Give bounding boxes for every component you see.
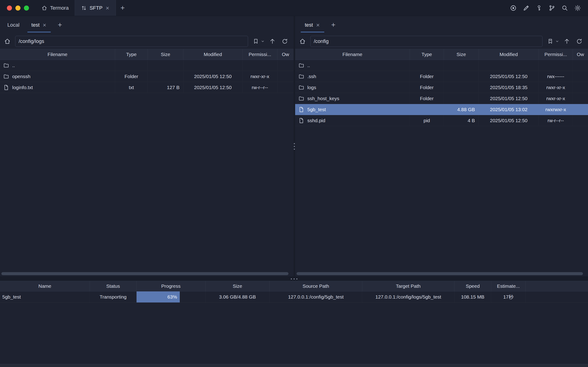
file-modified: 2025/01/05 12:50 (479, 115, 539, 126)
folder-icon (298, 96, 304, 101)
tab-sftp-close-icon[interactable]: × (105, 5, 110, 11)
transfer-size: 3.06 GB/4.88 GB (205, 292, 270, 302)
file-size (444, 60, 479, 71)
left-table-header: Filename Type Size Modified Permissi... … (0, 49, 294, 60)
column-header-target-path[interactable]: Target Path (362, 281, 454, 291)
table-row[interactable]: logs Folder 2025/01/05 18:35 rwxr-xr-x (295, 82, 588, 93)
table-row[interactable]: .. (295, 60, 588, 71)
new-window-tab-button[interactable]: + (116, 0, 129, 16)
right-new-tab-button[interactable]: + (326, 16, 341, 34)
search-icon[interactable] (561, 5, 568, 11)
git-branch-icon[interactable] (548, 5, 555, 11)
filename: .. (307, 63, 310, 68)
column-header-modified[interactable]: Modified (479, 49, 539, 60)
titlebar-actions (510, 0, 588, 16)
tab-termora[interactable]: Termora (35, 0, 75, 16)
file-size: 4 B (444, 115, 479, 126)
column-header-filename[interactable]: Filename (295, 49, 410, 60)
column-header-owner[interactable]: Ow (573, 49, 588, 60)
right-horizontal-scrollbar[interactable] (297, 272, 583, 275)
column-header-size[interactable]: Size (205, 281, 270, 291)
column-header-source-path[interactable]: Source Path (270, 281, 362, 291)
table-row[interactable]: .ssh Folder 2025/01/05 12:50 rwx------ (295, 71, 588, 82)
column-header-estimate[interactable]: Estimate... (491, 281, 526, 291)
column-header-filename[interactable]: Filename (0, 49, 115, 60)
transfer-table-header: Name Status Progress Size Source Path Ta… (0, 281, 588, 292)
arrow-up-icon[interactable] (268, 37, 277, 46)
left-path-input[interactable] (15, 36, 248, 47)
settings-gear-icon[interactable] (574, 5, 581, 11)
chevron-down-icon[interactable] (261, 40, 264, 43)
column-header-name[interactable]: Name (0, 281, 90, 291)
column-header-type[interactable]: Type (410, 49, 444, 60)
file-permissions: rwx------ (539, 71, 573, 82)
column-header-speed[interactable]: Speed (454, 281, 491, 291)
left-panel-tabbar: Local test × + (0, 16, 294, 34)
bookmark-icon[interactable] (251, 37, 260, 46)
table-row[interactable]: loginfo.txt txt 127 B 2025/01/05 12:50 r… (0, 82, 294, 93)
refresh-icon[interactable] (280, 37, 290, 46)
column-header-status[interactable]: Status (90, 281, 136, 291)
transfer-panel-splitter[interactable] (0, 276, 588, 281)
file-size (444, 82, 479, 93)
right-tab-test[interactable]: test × (299, 16, 326, 34)
zoom-window-button[interactable] (24, 6, 29, 11)
refresh-icon[interactable] (575, 37, 584, 46)
left-tab-test-label: test (32, 22, 40, 28)
column-header-progress[interactable]: Progress (136, 281, 205, 291)
table-row[interactable]: .. (0, 60, 294, 71)
chevron-down-icon[interactable] (555, 40, 559, 43)
file-icon (3, 84, 9, 91)
panel-splitter-vertical[interactable] (294, 16, 295, 276)
right-tab-test-close-icon[interactable]: × (315, 22, 320, 28)
column-header-size[interactable]: Size (444, 49, 479, 60)
filename: .ssh (307, 74, 316, 79)
left-tab-local[interactable]: Local (1, 16, 26, 34)
transfer-status: Transporting (90, 292, 136, 302)
transfer-target-path: 127.0.0.1:/config/logs/5gb_test (362, 292, 454, 302)
left-new-tab-button[interactable]: + (53, 16, 67, 34)
column-header-type[interactable]: Type (115, 49, 148, 60)
transfer-row[interactable]: 5gb_test Transporting 63% 3.06 GB/4.88 G… (0, 292, 588, 303)
column-header-owner[interactable]: Ow (277, 49, 294, 60)
file-size (148, 71, 183, 82)
file-size: 127 B (148, 82, 183, 93)
left-tab-local-label: Local (7, 22, 19, 28)
left-tab-test[interactable]: test × (26, 16, 53, 34)
table-row-selected[interactable]: 5gb_test 4.88 GB 2025/01/05 13:02 rwxrwx… (295, 104, 588, 115)
file-permissions: rw-r--r-- (242, 82, 277, 93)
column-header-permissions[interactable]: Permissi... (539, 49, 573, 60)
file-modified: 2025/01/05 12:50 (183, 82, 242, 93)
column-header-modified[interactable]: Modified (183, 49, 242, 60)
file-icon (298, 117, 304, 124)
column-header-size[interactable]: Size (148, 49, 183, 60)
edit-icon[interactable] (523, 5, 530, 11)
home-icon[interactable] (3, 37, 12, 46)
file-permissions: rw-r--r-- (539, 115, 573, 126)
titlebar: Termora SFTP × + (0, 0, 588, 16)
file-size (444, 71, 479, 82)
file-modified: 2025/01/05 18:35 (479, 82, 539, 93)
table-row[interactable]: sshd.pid pid 4 B 2025/01/05 12:50 rw-r--… (295, 115, 588, 126)
table-row[interactable]: ssh_host_keys Folder 2025/01/05 12:50 rw… (295, 93, 588, 104)
close-window-button[interactable] (7, 6, 12, 11)
tab-sftp[interactable]: SFTP × (75, 0, 116, 16)
bookmark-icon[interactable] (546, 37, 555, 46)
filename: ssh_host_keys (307, 96, 339, 101)
file-modified (183, 60, 242, 71)
right-path-input[interactable] (310, 36, 543, 47)
record-icon[interactable] (510, 5, 517, 11)
arrow-up-icon[interactable] (562, 37, 571, 46)
file-type: Folder (410, 71, 444, 82)
table-row[interactable]: openssh Folder 2025/01/05 12:50 rwxr-xr-… (0, 71, 294, 82)
home-icon[interactable] (298, 37, 307, 46)
transfer-source-path: 127.0.0.1:/config/5gb_test (270, 292, 362, 302)
transfer-estimate: 17秒 (491, 292, 526, 302)
left-tab-test-close-icon[interactable]: × (42, 22, 47, 28)
key-icon[interactable] (536, 5, 543, 11)
minimize-window-button[interactable] (15, 6, 20, 11)
left-horizontal-scrollbar[interactable] (1, 272, 289, 275)
file-owner (573, 104, 588, 115)
column-header-permissions[interactable]: Permissi... (242, 49, 277, 60)
file-permissions: rwxr-xr-x (242, 71, 277, 82)
